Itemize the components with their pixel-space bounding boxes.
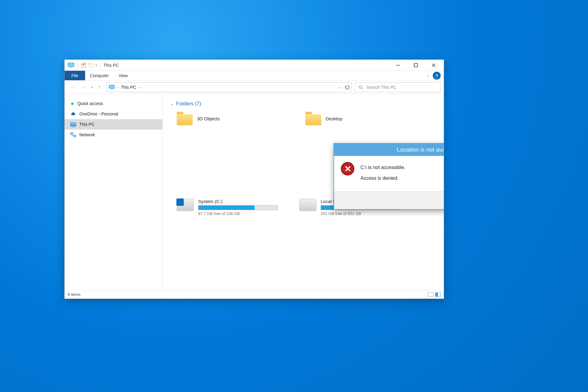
star-icon: ★ <box>70 101 74 107</box>
ribbon-tabs: File Computer View ⌄ ? <box>65 71 444 81</box>
drive-usage-bar <box>198 205 278 210</box>
chevron-right-icon[interactable]: › <box>117 85 119 89</box>
drive-icon <box>177 199 194 211</box>
svg-rect-0 <box>68 63 74 67</box>
folder-3d-objects[interactable]: 3D Objects <box>177 112 269 125</box>
navigation-bar: ← → ▾ ↑ › This PC › ⌄ <box>65 81 444 94</box>
separator <box>77 62 78 68</box>
navigation-pane: ★ Quick access OneDrive - Personal This … <box>65 94 163 290</box>
up-button[interactable]: ↑ <box>96 83 104 91</box>
drive-free-text: 251 GB free of 931 GB <box>321 211 403 216</box>
dialog-titlebar[interactable]: Location is not available ✕ <box>334 144 444 156</box>
window-controls <box>389 60 443 71</box>
svg-rect-6 <box>414 63 418 67</box>
svg-rect-10 <box>111 89 113 89</box>
dialog-title: Location is not available <box>397 146 444 153</box>
dialog-line1: C:\ is not accessible. <box>360 162 405 173</box>
drive-system-c[interactable]: System (C:) 67.7 GB free of 236 GB <box>177 199 281 216</box>
back-button[interactable]: ← <box>69 83 77 91</box>
section-header-folders[interactable]: ⌄ Folders (7) <box>171 101 439 107</box>
view-tiles-icon[interactable] <box>435 292 441 297</box>
search-icon <box>358 85 363 90</box>
svg-rect-1 <box>70 67 72 68</box>
sidebar-item-label: Network <box>79 132 95 137</box>
sidebar-item-label: OneDrive - Personal <box>79 111 118 116</box>
pc-icon <box>70 122 76 126</box>
new-folder-icon[interactable] <box>88 62 94 68</box>
titlebar[interactable]: ▾ This PC <box>65 60 444 71</box>
close-button[interactable] <box>425 60 443 71</box>
folder-label: 3D Objects <box>197 116 220 121</box>
tab-file[interactable]: File <box>65 71 85 80</box>
network-icon <box>70 132 76 137</box>
status-items-count: 9 items <box>68 292 81 297</box>
drive-icon <box>299 199 316 211</box>
properties-icon[interactable] <box>81 62 86 68</box>
qat-dropdown-icon[interactable]: ▾ <box>96 64 97 67</box>
section-header-label: Folders (7) <box>176 101 201 107</box>
chevron-down-icon: ⌄ <box>171 102 174 106</box>
drive-label: System (C:) <box>198 199 281 204</box>
dialog-message: C:\ is not accessible. Access is denied. <box>360 162 405 183</box>
view-details-icon[interactable] <box>428 292 433 297</box>
search-placeholder: Search This PC <box>366 85 396 90</box>
svg-point-11 <box>359 85 362 88</box>
ribbon-collapse-icon[interactable]: ⌄ <box>424 71 433 80</box>
maximize-button[interactable] <box>407 60 425 71</box>
desktop-background: ▾ This PC File Computer View ⌄ <box>0 0 588 392</box>
this-pc-icon <box>109 85 115 90</box>
address-bar[interactable]: › This PC › ⌄ <box>107 82 352 92</box>
address-dropdown-icon[interactable]: ⌄ <box>338 85 341 89</box>
svg-rect-9 <box>109 85 115 89</box>
error-dialog: Location is not available ✕ ✕ C:\ is not… <box>334 143 444 210</box>
folder-desktop[interactable]: Desktop <box>305 112 397 125</box>
content-pane: ⌄ Folders (7) 3D Objects Desktop <box>163 94 444 290</box>
svg-line-12 <box>361 88 363 89</box>
minimize-button[interactable] <box>389 60 407 71</box>
sidebar-item-label: Quick access <box>77 101 103 106</box>
tab-computer[interactable]: Computer <box>85 71 114 80</box>
refresh-icon[interactable] <box>345 85 350 90</box>
separator <box>100 62 100 68</box>
view-mode-switcher <box>428 292 441 297</box>
quick-access-toolbar: ▾ <box>66 62 99 68</box>
sidebar-item-this-pc[interactable]: This PC <box>65 119 162 130</box>
this-pc-icon <box>68 62 74 68</box>
window-title: This PC <box>104 63 119 68</box>
help-icon[interactable]: ? <box>433 72 441 80</box>
file-explorer-window: ▾ This PC File Computer View ⌄ <box>64 59 444 299</box>
forward-button[interactable]: → <box>80 83 88 91</box>
status-bar: 9 items <box>65 290 444 299</box>
error-icon: ✕ <box>341 162 354 175</box>
svg-rect-4 <box>89 63 91 64</box>
tab-view[interactable]: View <box>114 71 133 80</box>
folder-icon <box>177 112 193 125</box>
svg-rect-13 <box>70 133 73 134</box>
chevron-right-icon[interactable]: › <box>138 85 140 89</box>
breadcrumb[interactable]: This PC <box>121 85 136 90</box>
cloud-icon <box>70 112 76 116</box>
sidebar-item-label: This PC <box>79 122 95 127</box>
search-input[interactable]: Search This PC <box>355 82 441 92</box>
drive-free-text: 67.7 GB free of 236 GB <box>198 211 281 216</box>
recent-locations-dropdown[interactable]: ▾ <box>91 85 92 89</box>
svg-rect-3 <box>89 64 93 67</box>
sidebar-item-onedrive[interactable]: OneDrive - Personal <box>65 109 162 119</box>
folder-icon <box>305 112 321 125</box>
dialog-line2: Access is denied. <box>360 173 405 183</box>
folder-label: Desktop <box>326 116 342 121</box>
sidebar-item-quick-access[interactable]: ★ Quick access <box>65 98 162 109</box>
sidebar-item-network[interactable]: Network <box>65 130 162 140</box>
